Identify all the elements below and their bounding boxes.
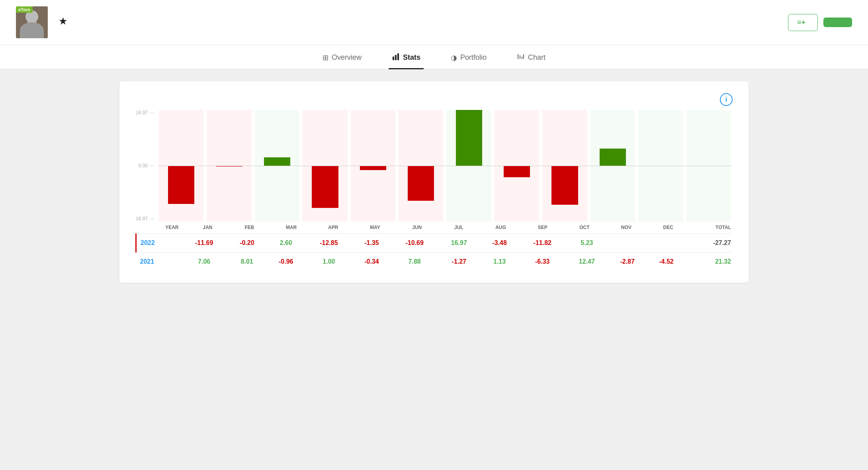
month-label-sep: SEP [522, 225, 563, 230]
value-cell-2021-nov: -2.87 [608, 253, 647, 271]
value-cell-2022-apr: -12.85 [305, 234, 352, 253]
svg-rect-3 [27, 22, 37, 29]
total-column-header: TOTAL [689, 225, 733, 230]
svg-rect-5 [395, 55, 397, 60]
tab-stats-label: Stats [403, 53, 420, 62]
stats-icon [392, 53, 400, 63]
value-cell-2022-dec [647, 234, 686, 253]
total-cell-2021: 21.32 [686, 253, 733, 271]
month-label-mar: MAR [270, 225, 312, 230]
list-icon: ≡+ [797, 18, 805, 27]
value-cell-2022-mar: 2.60 [266, 234, 305, 253]
tab-bar: ⊞ Overview Stats ◑ Portfolio Chart [0, 45, 868, 69]
zero-line [157, 166, 733, 166]
tab-portfolio-label: Portfolio [460, 53, 487, 62]
performance-card: i 16.97 — 0.00 — -16.97 — [119, 81, 749, 283]
table-row-2022: 2022-11.69-0.202.60-12.85-1.35-10.6916.9… [136, 234, 733, 253]
bar-negative-jan [168, 166, 194, 204]
bar-positive-mar [264, 157, 290, 166]
bar-positive-oct [600, 149, 626, 166]
month-label-jul: JUL [438, 225, 480, 230]
value-cell-2021-dec: -4.52 [647, 253, 686, 271]
year-cell-2022: 2022 [136, 234, 181, 253]
bar-negative-sep [551, 166, 578, 205]
month-label-oct: OCT [563, 225, 605, 230]
tab-stats[interactable]: Stats [389, 45, 424, 69]
value-cell-2021-aug: 1.13 [480, 253, 519, 271]
chart-icon [517, 53, 525, 63]
month-labels-row: YEAR JANFEBMARAPRMAYJUNJULAUGSEPOCTNOVDE… [157, 225, 733, 230]
table-row-2021: 20217.068.01-0.961.00-0.347.88-1.271.13-… [136, 253, 733, 271]
y-zero-label: 0.00 — [135, 163, 157, 168]
value-cell-2021-sep: -6.33 [519, 253, 566, 271]
main-content: i 16.97 — 0.00 — -16.97 — [96, 69, 772, 295]
total-cell-2022: -27.27 [686, 234, 733, 253]
bar-positive-jul [456, 110, 482, 166]
performance-table: 2022-11.69-0.202.60-12.85-1.35-10.6916.9… [135, 233, 733, 271]
user-info: ★ [55, 16, 67, 28]
chart-area: 16.97 — 0.00 — -16.97 — [135, 110, 733, 221]
year-cell-2021: 2021 [136, 253, 181, 271]
value-cell-2021-jun: 7.88 [391, 253, 438, 271]
add-to-watchlist-button[interactable]: ≡+ [788, 14, 818, 31]
tab-chart[interactable]: Chart [514, 45, 549, 69]
month-label-aug: AUG [480, 225, 522, 230]
value-cell-2021-jul: -1.27 [438, 253, 480, 271]
y-min-label: -16.97 — [135, 216, 157, 221]
value-cell-2022-jul: 16.97 [438, 234, 480, 253]
svg-rect-4 [393, 57, 394, 60]
value-cell-2021-jan: 7.06 [181, 253, 227, 271]
copy-button[interactable] [823, 18, 852, 27]
bar-negative-may [360, 166, 386, 170]
month-label-nov: NOV [606, 225, 647, 230]
bar-negative-apr [312, 166, 338, 208]
value-cell-2022-jan: -11.69 [181, 234, 227, 253]
bars-area [157, 110, 733, 221]
header: eToro ★ ≡+ [0, 0, 868, 45]
month-label-feb: FEB [229, 225, 270, 230]
value-cell-2022-aug: -3.48 [480, 234, 519, 253]
performance-header: i [135, 93, 733, 106]
value-cell-2022-sep: -11.82 [519, 234, 566, 253]
month-labels: JANFEBMARAPRMAYJUNJULAUGSEPOCTNOVDEC [187, 225, 689, 230]
chart-container: 16.97 — 0.00 — -16.97 — [135, 110, 733, 230]
portfolio-icon: ◑ [451, 53, 457, 62]
svg-point-1 [26, 11, 37, 22]
month-label-apr: APR [312, 225, 354, 230]
bar-negative-jun [408, 166, 434, 201]
star-icon: ★ [59, 16, 67, 27]
svg-rect-6 [397, 53, 399, 60]
y-max-label: 16.97 — [135, 110, 157, 116]
value-cell-2021-oct: 12.47 [566, 253, 608, 271]
value-cell-2022-feb: -0.20 [227, 234, 266, 253]
value-cell-2021-mar: -0.96 [266, 253, 305, 271]
value-cell-2021-apr: 1.00 [305, 253, 352, 271]
month-label-jan: JAN [187, 225, 229, 230]
info-button[interactable]: i [720, 93, 733, 106]
tab-overview[interactable]: ⊞ Overview [319, 45, 365, 69]
value-cell-2022-oct: 5.23 [566, 234, 608, 253]
value-cell-2022-nov [608, 234, 647, 253]
year-column-header: YEAR [157, 225, 187, 230]
tab-portfolio[interactable]: ◑ Portfolio [448, 45, 490, 69]
user-name-row: ★ [55, 16, 67, 27]
bar-negative-aug [504, 166, 530, 177]
month-label-may: MAY [354, 225, 396, 230]
value-cell-2022-may: -1.35 [352, 234, 391, 253]
value-cell-2021-may: -0.34 [352, 253, 391, 271]
svg-point-2 [22, 27, 42, 38]
header-actions: ≡+ [788, 14, 852, 31]
month-label-dec: DEC [647, 225, 689, 230]
user-profile: eToro ★ [16, 6, 67, 38]
etoro-logo: eToro [16, 6, 33, 13]
overview-icon: ⊞ [323, 53, 328, 62]
tab-chart-label: Chart [528, 53, 545, 62]
month-label-jun: JUN [396, 225, 438, 230]
y-axis: 16.97 — 0.00 — -16.97 — [135, 110, 157, 221]
avatar: eToro [16, 6, 48, 38]
value-cell-2022-jun: -10.69 [391, 234, 438, 253]
value-cell-2021-feb: 8.01 [227, 253, 266, 271]
tab-overview-label: Overview [332, 53, 362, 62]
